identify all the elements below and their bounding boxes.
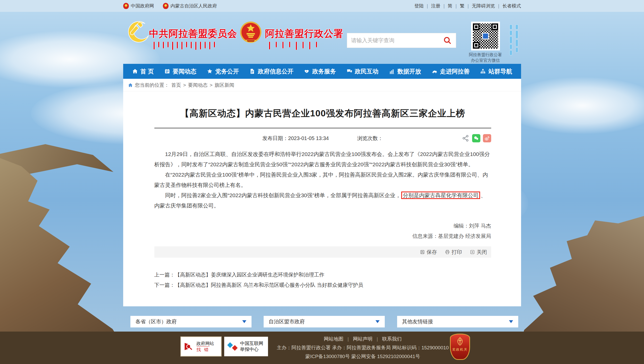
handshake-icon <box>304 68 310 74</box>
mongolian-script-decoration <box>154 42 215 50</box>
bar-chart-icon <box>389 68 395 74</box>
nav-item-visit-alxa[interactable]: 走进阿拉善 <box>431 67 470 75</box>
breadcrumb-current[interactable]: 旗区新闻 <box>215 82 234 89</box>
share-bar <box>462 134 491 142</box>
dropdown-label: 自治区盟市政府 <box>269 318 305 325</box>
separator: | <box>444 3 445 9</box>
next-article-link[interactable]: 【高新区动态】阿拉善高新区 乌兰布和示范区暖心服务小分队 当好群众健康守护员 <box>175 282 363 288</box>
share-icon[interactable] <box>462 134 470 142</box>
separator: | <box>455 3 457 9</box>
party-gov-emblem-badge[interactable]: 党政机关 <box>450 334 470 360</box>
dropdown-province-gov[interactable]: 各省（区市）政府 <box>130 316 252 327</box>
footer: 政府网站 找 错 中国互联网 举报中心 网站地图 | 网站声明 <box>0 332 644 364</box>
national-emblem-icon <box>163 3 169 9</box>
paragraph-1: 12月29日，自治区工商联、自治区发改委在呼和浩特举行2022内蒙古民营企业10… <box>154 149 491 170</box>
emblem-label: 党政机关 <box>452 347 468 352</box>
link-label: 中国政府网 <box>131 3 154 9</box>
dropdown-label: 其他友情链接 <box>402 318 433 325</box>
article-title: 【高新区动态】内蒙古民营企业100强发布阿拉善高新区三家企业上榜 <box>154 107 491 119</box>
statement-link[interactable]: 网站声明 <box>353 335 373 343</box>
separator: | <box>427 3 428 9</box>
nav-label: 走进阿拉善 <box>440 67 470 75</box>
topbar: 中国政府网 内蒙古自治区人民政府 登陆 | 注册 | 简 | 繁 | 无障碍浏览… <box>0 0 644 12</box>
print-button[interactable]: 打印 <box>445 249 462 256</box>
search-input[interactable] <box>351 37 443 44</box>
news-icon <box>164 68 170 74</box>
nav-item-interaction[interactable]: 政民互动 <box>346 67 379 75</box>
action-bar: 保存 打印 关闭 <box>154 246 491 258</box>
mongolian-script-decoration <box>269 42 317 50</box>
publish-date: 发布日期：2023-01-05 13:34 <box>262 135 329 142</box>
login-link[interactable]: 登陆 <box>414 3 424 9</box>
nav-item-party-affairs[interactable]: 党务公开 <box>207 67 239 75</box>
nav-label: 首 页 <box>140 67 154 75</box>
nav-label: 站群导航 <box>488 67 512 75</box>
link-neimenggu-gov[interactable]: 内蒙古自治区人民政府 <box>163 3 217 9</box>
save-icon <box>420 249 425 255</box>
editor-line: 编辑：刘萍 马杰 <box>154 221 491 231</box>
chevron-down-icon <box>375 320 380 323</box>
close-button[interactable]: 关闭 <box>470 249 487 256</box>
traditional-link[interactable]: 繁 <box>460 3 464 9</box>
separator: | <box>467 3 469 9</box>
nav-item-open-data[interactable]: 数据开放 <box>389 67 421 75</box>
breadcrumb-separator: > <box>210 82 213 88</box>
paragraph-3: 同时，阿拉善2家企业入围“2022内蒙古科技创新民营企业30强”榜单，全部属于阿… <box>154 190 491 211</box>
prev-article-link[interactable]: 【高新区动态】姜庆继深入园区企业调研生态环境保护和治理工作 <box>175 272 324 278</box>
dropdown-league-city-gov[interactable]: 自治区盟市政府 <box>264 316 385 327</box>
contact-link[interactable]: 联系我们 <box>382 335 402 343</box>
content-card: 您当前的位置： 首页 > 要闻动态 > 旗区新闻 【高新区动态】内蒙古民营企业1… <box>123 79 521 306</box>
sitemap-icon <box>480 68 486 74</box>
emblem-glyph <box>456 337 464 346</box>
nav-item-home[interactable]: 首 页 <box>132 67 154 75</box>
document-icon <box>249 68 255 74</box>
chat-bubbles-icon <box>346 68 353 74</box>
chevron-down-icon <box>509 320 513 323</box>
nav-item-news[interactable]: 要闻动态 <box>164 67 196 75</box>
main-nav: 首 页 要闻动态 党务公开 政府信息公开 政务服务 政民互动 数据开放 走进阿 <box>123 64 521 79</box>
wechat-share-icon[interactable] <box>472 134 480 142</box>
view-count-label: 浏览次数： <box>357 135 383 142</box>
separator: | <box>377 335 378 343</box>
link-china-gov[interactable]: 中国政府网 <box>123 3 154 9</box>
search-box <box>347 33 456 48</box>
weibo-share-icon[interactable] <box>483 134 491 142</box>
nav-item-gov-info[interactable]: 政府信息公开 <box>249 67 293 75</box>
simplified-link[interactable]: 简 <box>448 3 452 9</box>
annotation-highlight-box: 分别是内蒙古犇星化学有限公司 <box>401 192 480 199</box>
site-header: 中共阿拉善盟委员会 阿拉善盟行政公署 <box>0 12 644 63</box>
sitemap-link[interactable]: 网站地图 <box>324 335 344 343</box>
nav-item-services[interactable]: 政务服务 <box>304 67 336 75</box>
paragraph-3-before: 同时，阿拉善2家企业入围“2022内蒙古科技创新民营企业30强”榜单，全部属于阿… <box>165 192 401 198</box>
dropdown-label: 各省（区市）政府 <box>136 318 177 325</box>
party-logo-icon <box>126 21 151 45</box>
nav-label: 政务服务 <box>312 67 336 75</box>
breadcrumb-news[interactable]: 要闻动态 <box>188 82 208 89</box>
nav-item-site-map[interactable]: 站群导航 <box>480 67 512 75</box>
home-icon <box>132 68 138 74</box>
register-link[interactable]: 注册 <box>431 3 440 9</box>
breadcrumb-prefix: 您当前的位置： <box>135 82 169 89</box>
prev-label: 上一篇： <box>154 272 175 278</box>
nav-label: 政民互动 <box>355 67 379 75</box>
save-button[interactable]: 保存 <box>420 249 437 256</box>
elder-mode-link[interactable]: 长者模式 <box>503 3 521 9</box>
breadcrumb-home[interactable]: 首页 <box>171 82 181 89</box>
badge-text: 政府网站 <box>197 341 214 346</box>
qr-caption: 阿拉善盟行政公署 办公室官方微信 <box>460 52 511 63</box>
print-icon <box>445 249 450 255</box>
source-line: 信息来源：基层党建办 经济发展局 <box>154 231 491 241</box>
gov-site-error-badge[interactable]: 政府网站 找 错 <box>181 337 221 356</box>
search-icon[interactable] <box>443 36 452 45</box>
national-emblem-icon <box>239 21 262 45</box>
national-emblem-icon <box>123 3 129 9</box>
article-meta: 发布日期：2023-01-05 13:34 浏览次数： <box>154 133 491 143</box>
separator: | <box>348 335 349 343</box>
nav-label: 政府信息公开 <box>258 67 293 75</box>
accessibility-link[interactable]: 无障碍浏览 <box>472 3 495 9</box>
article-body: 12月29日，自治区工商联、自治区发改委在呼和浩特举行2022内蒙古民营企业10… <box>154 149 491 211</box>
nav-label: 党务公开 <box>215 67 239 75</box>
title-divider <box>154 128 491 128</box>
chevron-down-icon <box>242 320 246 323</box>
dropdown-other-links[interactable]: 其他友情链接 <box>397 316 518 327</box>
